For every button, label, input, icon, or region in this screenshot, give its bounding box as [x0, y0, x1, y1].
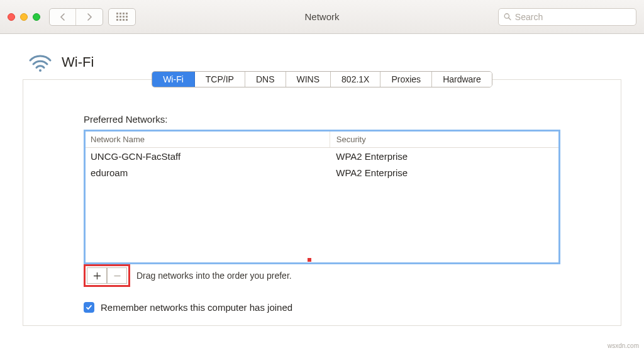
zoom-window-button[interactable] [33, 13, 40, 21]
watermark: wsxdn.com [608, 342, 639, 349]
minus-icon [113, 272, 121, 280]
chevron-right-icon [87, 13, 92, 21]
nav-back-forward [49, 8, 103, 26]
add-remove-highlight [84, 264, 130, 287]
remember-networks-row: Remember networks this computer has join… [84, 302, 560, 313]
search-field-wrap[interactable] [498, 8, 636, 26]
wifi-icon [28, 53, 53, 72]
col-header-name[interactable]: Network Name [91, 135, 330, 144]
cell-network-name: UNCG-GCN-FacStaff [91, 151, 330, 162]
tab-tcpip[interactable]: TCP/IP [195, 72, 245, 87]
cell-security: WPA2 Enterprise [330, 148, 553, 164]
add-network-button[interactable] [87, 267, 107, 284]
tab-hardware[interactable]: Hardware [432, 72, 492, 87]
remember-networks-label: Remember networks this computer has join… [101, 302, 292, 313]
table-footer: Drag networks into the order you prefer. [84, 264, 560, 287]
reorder-hint: Drag networks into the order you prefer. [136, 271, 292, 281]
table-row[interactable]: UNCG-GCN-FacStaff WPA2 Enterprise [86, 148, 558, 164]
tab-proxies[interactable]: Proxies [380, 72, 432, 87]
settings-tabbar: Wi-Fi TCP/IP DNS WINS 802.1X Proxies Har… [152, 71, 492, 87]
cell-network-name: eduroam [91, 167, 330, 178]
tab-8021x[interactable]: 802.1X [331, 72, 380, 87]
preferred-networks-table[interactable]: Network Name Security UNCG-GCN-FacStaff … [84, 130, 560, 264]
tab-wins[interactable]: WINS [286, 72, 331, 87]
tabbar-wrap: Wi-Fi TCP/IP DNS WINS 802.1X Proxies Har… [23, 71, 621, 87]
close-window-button[interactable] [8, 13, 15, 21]
svg-point-2 [39, 69, 42, 72]
table-header: Network Name Security [86, 132, 558, 148]
all-preferences-button[interactable] [108, 8, 136, 26]
window-titlebar: Network [0, 0, 644, 34]
minimize-window-button[interactable] [20, 13, 28, 21]
table-row[interactable]: eduroam WPA2 Enterprise [86, 164, 558, 181]
cursor-marker [308, 258, 311, 262]
table-body[interactable]: UNCG-GCN-FacStaff WPA2 Enterprise eduroa… [86, 148, 558, 262]
back-button[interactable] [50, 9, 76, 25]
remember-networks-checkbox[interactable] [84, 302, 94, 313]
tab-wifi[interactable]: Wi-Fi [152, 72, 195, 87]
col-header-security[interactable]: Security [330, 132, 553, 147]
window-title: Network [304, 11, 339, 22]
page-title: Wi-Fi [62, 54, 94, 70]
panel-body: Preferred Networks: Network Name Securit… [23, 87, 621, 325]
chevron-left-icon [60, 13, 65, 21]
grid-icon [116, 13, 128, 21]
preferred-networks-label: Preferred Networks: [84, 114, 560, 125]
forward-button[interactable] [76, 9, 103, 25]
traffic-lights [8, 13, 40, 21]
plus-icon [93, 272, 101, 280]
svg-line-1 [509, 18, 511, 20]
search-input[interactable] [515, 12, 631, 22]
tab-dns[interactable]: DNS [245, 72, 286, 87]
settings-panel: Wi-Fi TCP/IP DNS WINS 802.1X Proxies Har… [23, 79, 621, 326]
search-icon [504, 13, 511, 21]
check-icon [86, 304, 92, 311]
remove-network-button[interactable] [107, 267, 127, 284]
cell-security: WPA2 Enterprise [330, 164, 553, 181]
